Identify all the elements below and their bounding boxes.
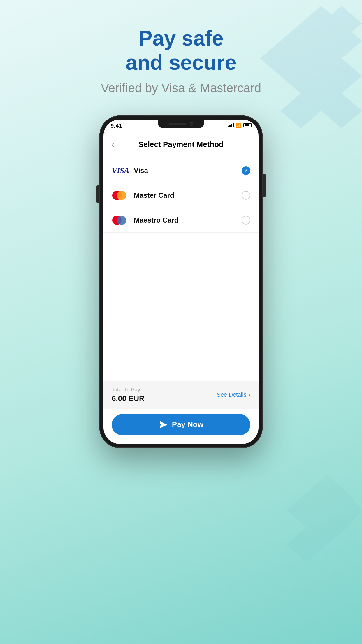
screen-title: Select Payment Method <box>124 140 238 149</box>
phone-outer: 9:41 📶 <box>99 116 263 448</box>
nav-bar: ‹ Select Payment Method <box>103 134 259 155</box>
header-section: Pay safe and secure Verified by Visa & M… <box>101 26 261 95</box>
notch-camera <box>190 122 193 126</box>
send-icon <box>159 420 168 429</box>
visa-label: Visa <box>134 167 242 175</box>
see-details-label: See Details <box>217 391 246 398</box>
payment-methods-list: VISA Visa ✓ <box>103 155 259 381</box>
total-label: Total To Pay <box>112 387 145 393</box>
pay-button-section: Pay Now <box>103 409 259 444</box>
maestro-label: Maestro Card <box>134 216 242 224</box>
see-details-arrow-icon: › <box>248 391 250 399</box>
notch-speaker <box>169 123 186 125</box>
mastercard-logo <box>112 190 129 201</box>
status-bar: 9:41 📶 <box>103 120 259 134</box>
back-button[interactable]: ‹ <box>112 140 124 149</box>
total-info: Total To Pay 6.00 EUR <box>112 387 145 403</box>
bg-diamond-pattern-bottom <box>269 469 362 586</box>
app-content: ‹ Select Payment Method VISA Visa ✓ <box>103 134 259 444</box>
maestro-logo <box>112 214 129 226</box>
header-subtitle: Verified by Visa & Mastercard <box>101 81 261 95</box>
phone-inner: 9:41 📶 <box>103 120 259 444</box>
visa-logo: VISA <box>112 165 129 176</box>
mastercard-label: Master Card <box>134 191 242 200</box>
notch <box>158 120 204 128</box>
mastercard-radio[interactable] <box>242 191 250 200</box>
total-section: Total To Pay 6.00 EUR See Details › <box>103 381 259 409</box>
see-details-button[interactable]: See Details › <box>217 391 250 399</box>
payment-method-visa[interactable]: VISA Visa ✓ <box>103 158 259 183</box>
signal-bars-icon <box>228 123 234 127</box>
maestro-radio[interactable] <box>242 216 250 225</box>
status-time: 9:41 <box>110 123 122 129</box>
phone-mockup: 9:41 📶 <box>99 116 263 448</box>
svg-marker-16 <box>160 421 167 428</box>
battery-icon <box>243 123 252 127</box>
payment-method-mastercard[interactable]: Master Card <box>103 183 259 208</box>
wifi-icon: 📶 <box>236 123 242 128</box>
pay-now-button[interactable]: Pay Now <box>112 414 250 435</box>
payment-method-maestro[interactable]: Maestro Card <box>103 208 259 233</box>
title-line1: Pay safe <box>138 27 224 50</box>
total-amount: 6.00 EUR <box>112 394 145 403</box>
page-title: Pay safe and secure <box>101 26 261 75</box>
status-icons: 📶 <box>228 123 252 128</box>
visa-radio[interactable]: ✓ <box>242 166 250 175</box>
title-line2: and secure <box>126 51 236 74</box>
pay-now-label: Pay Now <box>172 420 203 429</box>
